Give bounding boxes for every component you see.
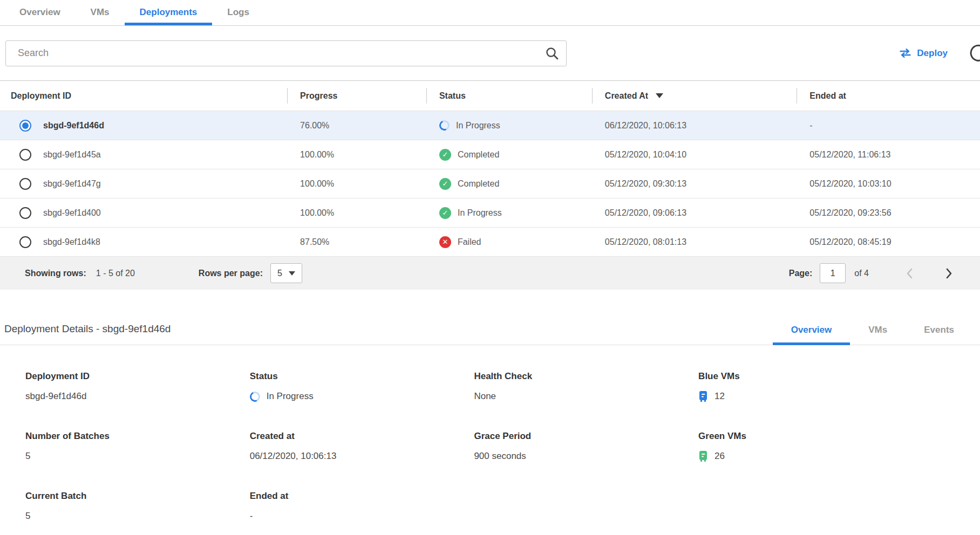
page-total: of 4: [854, 269, 869, 278]
detail-field: Current Batch5: [25, 491, 250, 523]
table-header-row: Deployment IDProgressStatusCreated AtEnd…: [0, 80, 980, 111]
detail-field-value: 900 seconds: [474, 450, 698, 463]
column-header-ended-at[interactable]: Ended at: [797, 81, 980, 111]
green-vm-icon: [698, 450, 708, 462]
ended-at-cell: 05/12/2020, 10:03:10: [797, 179, 980, 189]
detail-field-text: sbgd-9ef1d46d: [25, 391, 86, 402]
in-progress-spinner-icon: [438, 119, 451, 132]
detail-field-label: Number of Batches: [25, 431, 250, 442]
rows-per-page-value: 5: [277, 269, 282, 278]
completed-check-icon: ✓: [439, 207, 451, 219]
status-label: In Progress: [456, 121, 500, 131]
table-row[interactable]: sbgd-9ef1d46d76.00%In Progress06/12/2020…: [0, 111, 980, 140]
search-input[interactable]: [5, 40, 567, 66]
status-cell: In Progress: [426, 120, 592, 131]
deployment-id-value: sbgd-9ef1d4k8: [43, 237, 100, 247]
deployment-id-value: sbgd-9ef1d45a: [43, 150, 101, 160]
progress-cell: 100.00%: [287, 208, 426, 218]
pagination: Page: of 4: [789, 263, 955, 283]
top-tab-bar: OverviewVMsDeploymentsLogs: [0, 0, 980, 26]
deployments-page: OverviewVMsDeploymentsLogs Deploy: [0, 0, 980, 523]
detail-field-text: 5: [25, 511, 30, 522]
detail-field: Grace Period900 seconds: [474, 431, 698, 463]
detail-field-label: Ended at: [250, 491, 474, 502]
column-header-progress[interactable]: Progress: [287, 81, 426, 111]
table-row[interactable]: sbgd-9ef1d400100.00%✓In Progress05/12/20…: [0, 198, 980, 227]
table-footer: Showing rows: 1 - 5 of 20 Rows per page:…: [0, 256, 980, 290]
progress-cell: 87.50%: [287, 237, 426, 247]
showing-rows-label: Showing rows:: [25, 269, 86, 278]
detail-field: Blue VMs12: [698, 371, 980, 403]
deployment-id-value: sbgd-9ef1d400: [43, 208, 101, 218]
row-radio-button[interactable]: [19, 178, 31, 190]
completed-check-icon: ✓: [439, 149, 451, 161]
column-header-label: Progress: [300, 91, 337, 101]
row-radio-button[interactable]: [19, 149, 31, 161]
showing-rows-value: 1 - 5 of 20: [96, 269, 135, 278]
rows-per-page-label: Rows per page:: [199, 269, 263, 278]
deployments-table: Deployment IDProgressStatusCreated AtEnd…: [0, 80, 980, 290]
detail-field-value: sbgd-9ef1d46d: [25, 390, 250, 403]
detail-field: Number of Batches5: [25, 431, 250, 463]
column-header-created-at[interactable]: Created At: [592, 81, 797, 111]
detail-field-label: Created at: [250, 431, 474, 442]
detail-field: Green VMs26: [698, 431, 980, 463]
failed-cross-icon: ✕: [439, 236, 451, 248]
column-header-label: Ended at: [809, 91, 846, 101]
tab-overview[interactable]: Overview: [4, 1, 76, 25]
row-radio-button[interactable]: [19, 236, 31, 248]
column-header-label: Created At: [605, 91, 648, 101]
status-label: Completed: [458, 179, 499, 189]
column-header-status[interactable]: Status: [426, 81, 592, 111]
details-tab-vms[interactable]: VMs: [850, 325, 906, 345]
page-number-input[interactable]: [820, 263, 846, 283]
details-tab-overview[interactable]: Overview: [773, 325, 850, 345]
table-body: sbgd-9ef1d46d76.00%In Progress06/12/2020…: [0, 111, 980, 256]
status-cell: ✓Completed: [426, 178, 592, 190]
search-box: [5, 40, 567, 66]
created-at-cell: 05/12/2020, 09:06:13: [592, 208, 797, 218]
sort-descending-icon: [656, 93, 663, 98]
detail-field-value: 26: [698, 450, 980, 463]
progress-cell: 76.00%: [287, 121, 426, 131]
details-tab-events[interactable]: Events: [906, 325, 972, 345]
detail-field: Created at06/12/2020, 10:06:13: [250, 431, 474, 463]
tab-vms[interactable]: VMs: [76, 1, 125, 25]
in-progress-spinner-icon: [248, 390, 261, 403]
next-page-button[interactable]: [943, 265, 955, 282]
ended-at-cell: -: [797, 121, 980, 131]
progress-cell: 100.00%: [287, 179, 426, 189]
rows-per-page-select[interactable]: 5: [270, 263, 302, 283]
detail-field-text: None: [474, 391, 496, 402]
column-header-label: Deployment ID: [11, 91, 71, 101]
tab-deployments[interactable]: Deployments: [125, 1, 213, 25]
created-at-cell: 05/12/2020, 09:30:13: [592, 179, 797, 189]
column-header-deployment-id[interactable]: Deployment ID: [0, 81, 287, 111]
detail-field: StatusIn Progress: [250, 371, 474, 403]
deployment-id-cell: sbgd-9ef1d4k8: [0, 236, 287, 248]
detail-field: Health CheckNone: [474, 371, 698, 403]
detail-field-text: In Progress: [267, 391, 314, 402]
deployment-id-cell: sbgd-9ef1d47g: [0, 178, 287, 190]
refresh-icon[interactable]: [968, 44, 980, 64]
detail-field: Deployment IDsbgd-9ef1d46d: [25, 371, 250, 403]
table-row[interactable]: sbgd-9ef1d4k887.50%✕Failed05/12/2020, 08…: [0, 227, 980, 256]
table-row[interactable]: sbgd-9ef1d45a100.00%✓Completed05/12/2020…: [0, 140, 980, 169]
tab-logs[interactable]: Logs: [212, 1, 264, 25]
ended-at-cell: 05/12/2020, 08:45:19: [797, 237, 980, 247]
deploy-swap-arrows-icon: [899, 49, 911, 58]
detail-field-value: In Progress: [250, 390, 474, 403]
table-row[interactable]: sbgd-9ef1d47g100.00%✓Completed05/12/2020…: [0, 169, 980, 198]
created-at-cell: 05/12/2020, 10:04:10: [592, 150, 797, 160]
detail-field-text: 5: [25, 451, 30, 462]
dropdown-arrow-icon: [289, 271, 295, 276]
deploy-button[interactable]: Deploy: [899, 48, 948, 59]
details-tab-bar: OverviewVMsEvents: [773, 325, 972, 345]
row-radio-button[interactable]: [19, 207, 31, 219]
row-radio-button[interactable]: [19, 120, 31, 132]
deploy-button-label: Deploy: [917, 48, 948, 59]
previous-page-button[interactable]: [903, 265, 915, 282]
blue-vm-icon: [698, 390, 708, 402]
created-at-cell: 06/12/2020, 10:06:13: [592, 121, 797, 131]
detail-field-label: Current Batch: [25, 491, 250, 502]
